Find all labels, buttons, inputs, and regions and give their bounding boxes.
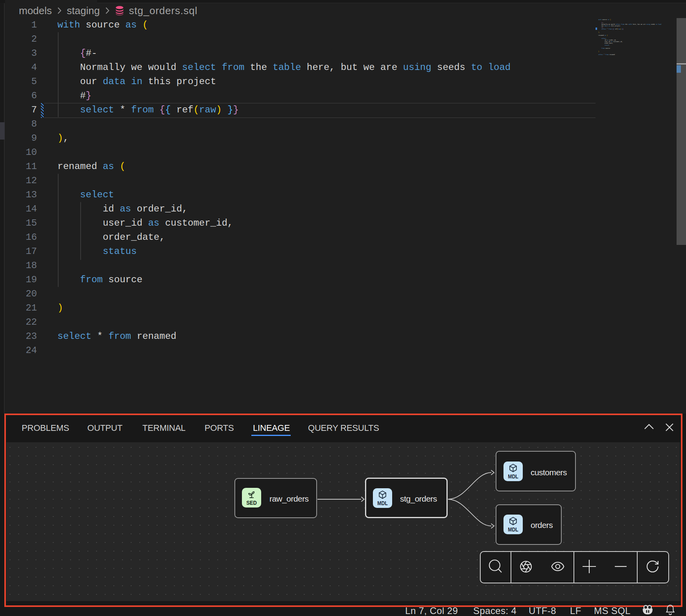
svg-text:MDL: MDL <box>508 473 518 480</box>
svg-text:MDL: MDL <box>377 500 388 506</box>
svg-text:MDL: MDL <box>508 526 518 533</box>
svg-text:SED: SED <box>246 499 257 506</box>
